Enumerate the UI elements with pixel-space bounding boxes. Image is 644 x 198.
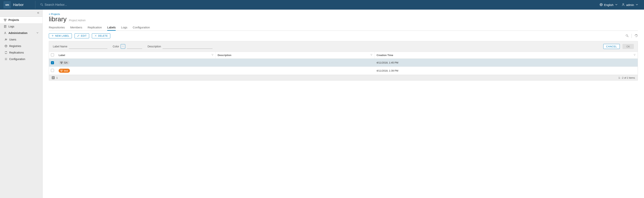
- svg-rect-31: [61, 71, 62, 72]
- svg-rect-7: [6, 19, 6, 20]
- refresh-button[interactable]: [634, 34, 638, 38]
- filter-icon[interactable]: [211, 54, 214, 57]
- svg-rect-29: [60, 70, 61, 71]
- chevron-down-icon: [122, 45, 124, 48]
- label-name-label: Label Name: [53, 45, 68, 48]
- filter-icon[interactable]: [370, 54, 372, 57]
- label-chip: GA: [58, 61, 70, 65]
- label-icon: [60, 61, 63, 64]
- sidebar-item-replications[interactable]: Replications: [0, 49, 42, 56]
- sidebar-item-projects[interactable]: Projects: [0, 17, 42, 23]
- tab-configuration[interactable]: Configuration: [133, 24, 150, 30]
- sidebar-group-administration[interactable]: Administration: [0, 30, 42, 36]
- labels-panel: Label Name Color Description: [49, 41, 638, 81]
- labels-table: Label Description: [49, 52, 638, 75]
- edit-icon: [77, 34, 80, 38]
- breadcrumb-back[interactable]: < Projects: [49, 13, 638, 15]
- registries-icon: [4, 44, 8, 48]
- label-chip: test: [58, 69, 70, 73]
- sidebar-collapse[interactable]: [0, 9, 42, 16]
- label-description-input[interactable]: [162, 44, 212, 49]
- label-name-input[interactable]: [69, 44, 108, 49]
- button-label: DELETE: [98, 34, 108, 37]
- row-checkbox[interactable]: [51, 61, 54, 64]
- table-row[interactable]: test4/11/2018, 1:39 PM: [49, 67, 638, 75]
- replications-icon: [4, 51, 8, 54]
- svg-marker-23: [212, 54, 213, 56]
- button-label: NEW LABEL: [55, 34, 69, 37]
- app-header: vm Harbor English admi: [0, 0, 644, 9]
- column-header-label: Label: [58, 54, 65, 57]
- svg-marker-24: [370, 54, 372, 56]
- column-header-creation: Creation Time: [376, 54, 393, 57]
- svg-point-0: [40, 3, 42, 5]
- toolbar: NEW LABEL EDIT DELETE: [49, 33, 638, 38]
- search-icon: [40, 3, 44, 7]
- user-icon: [622, 3, 625, 7]
- svg-marker-25: [634, 54, 636, 56]
- users-icon: [4, 38, 8, 41]
- selected-count: 1: [56, 76, 58, 79]
- chevron-down-icon: [635, 3, 638, 7]
- edit-button[interactable]: EDIT: [74, 33, 89, 38]
- close-icon: [94, 34, 97, 38]
- pagination-range: 1 - 2 of 2 items: [618, 76, 635, 79]
- cell-creation-time: 4/11/2018, 1:39 PM: [375, 67, 638, 75]
- tab-replication[interactable]: Replication: [88, 24, 102, 30]
- language-label: English: [604, 3, 614, 6]
- delete-button[interactable]: DELETE: [92, 33, 110, 38]
- tab-members[interactable]: Members: [70, 24, 82, 30]
- sidebar-item-users[interactable]: Users: [0, 36, 42, 43]
- table-row[interactable]: GA4/11/2018, 1:45 PM: [49, 59, 638, 67]
- svg-rect-27: [62, 62, 62, 63]
- svg-rect-26: [60, 62, 61, 63]
- filter-icon[interactable]: [634, 54, 636, 57]
- svg-rect-8: [4, 20, 6, 21]
- search-wrap: [40, 3, 600, 7]
- search-input[interactable]: [44, 3, 102, 6]
- user-menu[interactable]: admin: [622, 3, 638, 7]
- cancel-button[interactable]: CANCEL: [603, 44, 620, 49]
- label-description-label: Description: [148, 45, 161, 48]
- chevron-down-icon: [36, 31, 39, 35]
- select-all-checkbox[interactable]: [51, 53, 54, 56]
- plus-icon: [51, 34, 54, 38]
- label-chip-text: test: [64, 69, 68, 72]
- divider: [632, 34, 632, 38]
- svg-point-13: [5, 32, 6, 33]
- search-toggle[interactable]: [625, 34, 629, 38]
- sidebar: Projects Logs Administration: [0, 9, 43, 198]
- sidebar-item-label: Users: [9, 38, 16, 41]
- sidebar-item-registries[interactable]: Registries: [0, 43, 42, 49]
- color-picker-button[interactable]: [121, 44, 125, 49]
- tab-repositories[interactable]: Repositories: [49, 24, 65, 30]
- label-color-label: Color: [113, 45, 119, 48]
- label-color-input[interactable]: [127, 44, 142, 49]
- projects-icon: [4, 18, 7, 22]
- chevron-double-left-icon: [37, 11, 40, 15]
- row-checkbox[interactable]: [51, 69, 54, 72]
- sidebar-item-label: Configuration: [9, 58, 25, 61]
- svg-line-1: [42, 5, 43, 6]
- svg-point-5: [623, 3, 624, 4]
- sidebar-item-label: Logs: [8, 25, 14, 28]
- svg-point-15: [6, 39, 7, 39]
- tab-logs[interactable]: Logs: [121, 24, 128, 30]
- content-area: < Projects library Project Admin Reposit…: [43, 9, 644, 198]
- sidebar-item-label: Replications: [9, 51, 24, 54]
- cell-description: [216, 67, 374, 75]
- label-chip-text: GA: [64, 61, 68, 64]
- gear-icon: [4, 57, 8, 61]
- sidebar-item-label: Registries: [9, 44, 21, 48]
- language-selector[interactable]: English: [600, 3, 618, 7]
- sidebar-item-configuration[interactable]: Configuration: [0, 56, 42, 62]
- tab-labels[interactable]: Labels: [107, 24, 116, 30]
- new-label-button[interactable]: NEW LABEL: [49, 33, 72, 38]
- globe-icon: [600, 3, 603, 7]
- sidebar-item-logs[interactable]: Logs: [0, 23, 42, 30]
- cell-description: [216, 59, 374, 67]
- cell-creation-time: 4/11/2018, 1:45 PM: [375, 59, 638, 67]
- logo: vm: [4, 1, 11, 8]
- label-icon: [60, 69, 63, 72]
- user-label: admin: [626, 3, 634, 6]
